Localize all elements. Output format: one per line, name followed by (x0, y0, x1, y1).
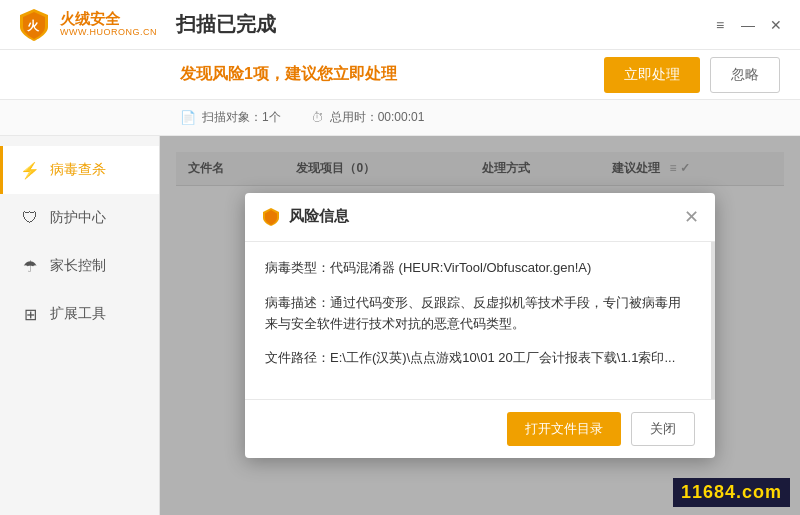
modal-overlay: 风险信息 ✕ 病毒类型：代码混淆器 (HEUR:VirTool/Obfuscat… (160, 136, 800, 515)
scan-target-label: 扫描对象：1个 (202, 109, 281, 126)
umbrella-icon: ☂ (20, 256, 40, 276)
content-area: 文件名 发现项目（0） 处理方式 建议处理 ≡ ✓ (160, 136, 800, 515)
dialog-row-path: 文件路径：E:\工作(汉英)\点点游戏10\01 20工厂会计报表下载\1.1索… (265, 348, 691, 369)
dialog-close-btn[interactable]: 关闭 (631, 412, 695, 446)
total-time-label: 总用时：00:00:01 (330, 109, 425, 126)
window-controls: ≡ — ✕ (712, 17, 784, 33)
menu-button[interactable]: ≡ (712, 17, 728, 33)
file-icon: 📄 (180, 110, 196, 125)
dialog-header: 风险信息 ✕ (245, 193, 715, 242)
open-folder-button[interactable]: 打开文件目录 (507, 412, 621, 446)
grid-icon: ⊞ (20, 304, 40, 324)
sidebar-item-protection[interactable]: 🛡 防护中心 (0, 194, 159, 242)
main-window: 火 火绒安全 WWW.HUORONG.CN 扫描已完成 ≡ — ✕ 发现风险1项… (0, 0, 800, 515)
statsbar: 📄 扫描对象：1个 ⏱ 总用时：00:00:01 (0, 100, 800, 136)
title-main: 扫描已完成 (176, 11, 712, 38)
ignore-button[interactable]: 忽略 (710, 57, 780, 93)
watermark: 11684.com (673, 478, 790, 507)
dialog-footer: 打开文件目录 关闭 (245, 399, 715, 458)
risk-dialog: 风险信息 ✕ 病毒类型：代码混淆器 (HEUR:VirTool/Obfuscat… (245, 193, 715, 458)
dialog-close-button[interactable]: ✕ (684, 208, 699, 226)
titlebar: 火 火绒安全 WWW.HUORONG.CN 扫描已完成 ≡ — ✕ (0, 0, 800, 50)
sidebar-item-tools[interactable]: ⊞ 扩展工具 (0, 290, 159, 338)
svg-text:火: 火 (26, 19, 40, 33)
logo-name: 火绒安全 (60, 11, 157, 28)
action-buttons: 立即处理 忽略 (604, 57, 780, 93)
sidebar-item-parental-label: 家长控制 (50, 257, 106, 275)
logo-url: WWW.HUORONG.CN (60, 28, 157, 38)
subtitlebar: 发现风险1项，建议您立即处理 立即处理 忽略 (0, 50, 800, 100)
close-button[interactable]: ✕ (768, 17, 784, 33)
window-title: 扫描已完成 (176, 11, 276, 38)
shield-icon: 🛡 (20, 208, 40, 228)
main-content: ⚡ 病毒查杀 🛡 防护中心 ☂ 家长控制 ⊞ 扩展工具 文件名 (0, 136, 800, 515)
sidebar: ⚡ 病毒查杀 🛡 防护中心 ☂ 家长控制 ⊞ 扩展工具 (0, 136, 160, 515)
immediate-action-button[interactable]: 立即处理 (604, 57, 700, 93)
sidebar-item-parental[interactable]: ☂ 家长控制 (0, 242, 159, 290)
clock-icon: ⏱ (311, 110, 324, 125)
sidebar-item-tools-label: 扩展工具 (50, 305, 106, 323)
logo-shield-icon: 火 (16, 7, 52, 43)
dialog-title: 风险信息 (289, 207, 676, 226)
total-time-stat: ⏱ 总用时：00:00:01 (311, 109, 425, 126)
dialog-shield-icon (261, 207, 281, 227)
logo-text: 火绒安全 WWW.HUORONG.CN (60, 11, 157, 37)
sidebar-item-protection-label: 防护中心 (50, 209, 106, 227)
scan-target-stat: 📄 扫描对象：1个 (180, 109, 281, 126)
dialog-row-type: 病毒类型：代码混淆器 (HEUR:VirTool/Obfuscator.gen!… (265, 258, 691, 279)
sidebar-item-virus[interactable]: ⚡ 病毒查杀 (0, 146, 159, 194)
logo-area: 火 火绒安全 WWW.HUORONG.CN (16, 7, 176, 43)
subtitle-text: 发现风险1项，建议您立即处理 (180, 64, 397, 85)
sidebar-item-virus-label: 病毒查杀 (50, 161, 106, 179)
dialog-row-desc: 病毒描述：通过代码变形、反跟踪、反虚拟机等技术手段，专门被病毒用来与安全软件进行… (265, 293, 691, 335)
minimize-button[interactable]: — (740, 17, 756, 33)
lightning-icon: ⚡ (20, 160, 40, 180)
dialog-body: 病毒类型：代码混淆器 (HEUR:VirTool/Obfuscator.gen!… (245, 242, 715, 399)
